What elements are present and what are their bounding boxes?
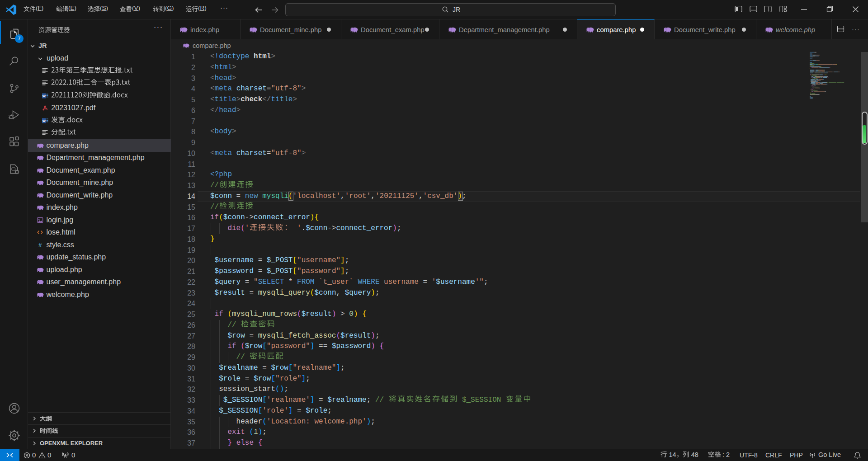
svg-text:W: W [42,118,46,122]
svg-text:#: # [38,242,42,248]
svg-text:W: W [42,94,46,98]
